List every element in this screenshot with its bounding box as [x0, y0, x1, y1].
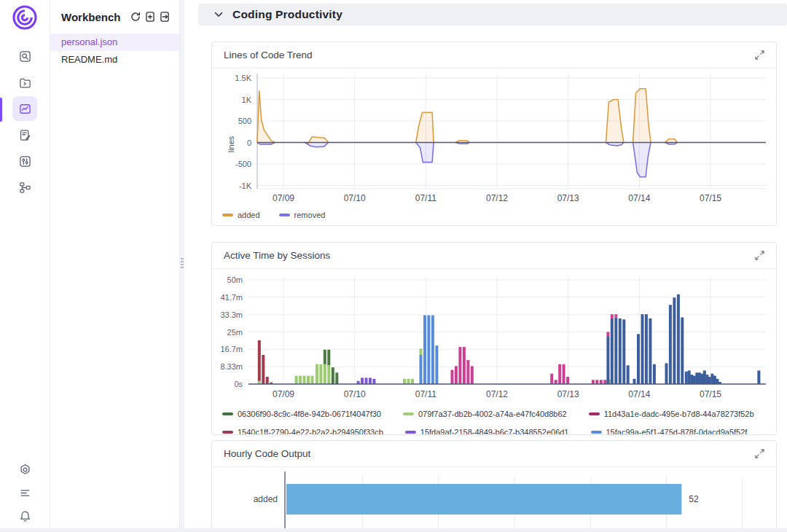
- hourly-output-title: Hourly Code Output: [224, 448, 310, 459]
- session-legend-item[interactable]: 11d43a1e-dadc-495e-b7d8-44a78273f52b: [589, 409, 754, 419]
- svg-text:07/14: 07/14: [628, 389, 650, 399]
- svg-text:1.5K: 1.5K: [235, 74, 251, 82]
- legend-row: 1540c1ff-2790-4e22-b2a2-b294950f33cb15fd…: [222, 427, 776, 435]
- notes-icon: [19, 129, 31, 141]
- main-content: Coding Productivity Lines of Code Trend …: [184, 0, 787, 532]
- session-legend-item[interactable]: 06306f90-8c9c-4f8e-942b-0671f4047f30: [222, 409, 381, 419]
- svg-text:07/14: 07/14: [628, 193, 650, 203]
- svg-text:25m: 25m: [227, 328, 243, 337]
- active-time-card-header: Active Time by Sessions: [212, 243, 776, 269]
- svg-text:07/13: 07/13: [557, 389, 579, 399]
- chevron-down-icon: [214, 12, 223, 18]
- hourly-output-chart: added52: [212, 467, 776, 532]
- file-search-icon: [19, 50, 31, 63]
- section-title: Coding Productivity: [232, 8, 342, 21]
- svg-text:-1K: -1K: [239, 181, 252, 190]
- list-icon: [19, 487, 31, 499]
- session-legend-label: 11d43a1e-dadc-495e-b7d8-44a78273f52b: [604, 410, 754, 418]
- file-row-readme-md[interactable]: README.md: [50, 51, 179, 69]
- svg-text:07/15: 07/15: [700, 193, 721, 203]
- svg-text:52: 52: [689, 494, 699, 504]
- legend-item-added[interactable]: added: [222, 211, 260, 219]
- nav-folder[interactable]: [12, 70, 37, 95]
- session-legend-item[interactable]: 15fac99a-e5f1-475d-878f-0dacd9a5f52f: [591, 427, 748, 435]
- svg-text:0s: 0s: [234, 380, 243, 388]
- svg-text:07/10: 07/10: [344, 193, 366, 203]
- session-swatch-icon: [405, 431, 416, 434]
- svg-text:41.7m: 41.7m: [220, 293, 243, 302]
- session-legend-label: 079f7a37-db2b-4002-a74a-e47fc40d8b62: [418, 410, 567, 418]
- removed-swatch-icon: [279, 214, 290, 216]
- svg-text:07/11: 07/11: [415, 193, 436, 203]
- resizer-grip-icon: [181, 258, 184, 270]
- lines-of-code-chart: 07/0907/1007/1107/1207/1307/1407/151.5K1…: [212, 69, 776, 206]
- nav-file-search[interactable]: [12, 44, 37, 69]
- workbench-title: Workbench: [61, 11, 120, 23]
- nav-controls[interactable]: [12, 149, 37, 173]
- svg-text:added: added: [254, 494, 278, 504]
- svg-text:500: 500: [238, 117, 251, 125]
- expand-sessions-chart-button[interactable]: [755, 251, 764, 260]
- session-legend-label: 06306f90-8c9c-4f8e-942b-0671f4047f30: [238, 410, 381, 418]
- hourly-output-card-header: Hourly Code Output: [212, 441, 776, 467]
- svg-text:-500: -500: [235, 160, 251, 168]
- svg-text:16.7m: 16.7m: [220, 345, 243, 353]
- expand-icon: [755, 50, 764, 60]
- added-swatch-icon: [222, 214, 233, 216]
- active-time-chart: 07/0907/1007/1107/1207/1307/1407/1550m41…: [212, 269, 776, 402]
- nav-branch[interactable]: [12, 175, 37, 200]
- svg-text:07/09: 07/09: [273, 389, 294, 399]
- session-legend-item[interactable]: 079f7a37-db2b-4002-a74a-e47fc40d8b62: [403, 409, 567, 419]
- svg-text:07/11: 07/11: [415, 389, 436, 399]
- lines-of-code-card-header: Lines of Code Trend: [212, 42, 776, 69]
- nav-notes[interactable]: [12, 122, 37, 147]
- workbench-header: Workbench: [50, 0, 179, 31]
- hourly-output-card: Hourly Code Output added52: [211, 440, 777, 532]
- active-time-title: Active Time by Sessions: [224, 250, 330, 261]
- notifications-bell-icon: [19, 510, 31, 523]
- analytics-icon: [19, 103, 31, 115]
- sessions-legend: 06306f90-8c9c-4f8e-942b-0671f4047f30079f…: [212, 409, 776, 435]
- active-time-card: Active Time by Sessions 07/0907/1007/110…: [211, 242, 777, 435]
- branch-icon: [19, 181, 31, 194]
- settings-button[interactable]: [12, 458, 37, 481]
- session-legend-item[interactable]: 15fda9af-2158-4849-b6c7-b348552e06d1: [405, 427, 569, 435]
- lines-of-code-card: Lines of Code Trend 07/0907/1007/1107/12…: [211, 42, 777, 226]
- new-file-button[interactable]: [144, 9, 156, 25]
- notifications-button[interactable]: [12, 504, 37, 528]
- session-legend-item[interactable]: 1540c1ff-2790-4e22-b2a2-b294950f33cb: [222, 427, 383, 435]
- svg-text:33.3m: 33.3m: [220, 310, 243, 319]
- session-legend-label: 15fda9af-2158-4849-b6c7-b348552e06d1: [420, 428, 569, 435]
- lines-of-code-title: Lines of Code Trend: [224, 50, 313, 60]
- svg-text:8.33m: 8.33m: [220, 362, 243, 371]
- file-row-personal-json[interactable]: personal.json: [50, 34, 179, 51]
- svg-text:07/12: 07/12: [486, 389, 508, 399]
- expand-icon: [755, 251, 764, 260]
- svg-text:50m: 50m: [227, 275, 243, 284]
- primary-nav: [0, 44, 50, 201]
- panel-resizer[interactable]: [180, 0, 184, 532]
- file-list: personal.json README.md: [50, 34, 179, 69]
- svg-text:07/13: 07/13: [557, 193, 579, 203]
- refresh-icon: [130, 11, 141, 23]
- legend-label: added: [238, 211, 260, 219]
- section-header: Coding Productivity: [198, 4, 787, 26]
- svg-text:07/09: 07/09: [273, 193, 294, 203]
- collapse-section-button[interactable]: [214, 12, 223, 18]
- logs-button[interactable]: [12, 481, 37, 504]
- refresh-button[interactable]: [129, 9, 141, 25]
- export-file-button[interactable]: [159, 9, 171, 25]
- svg-text:0: 0: [247, 138, 251, 147]
- page-bottom-edge: [0, 528, 787, 532]
- expand-hourly-chart-button[interactable]: [755, 449, 764, 458]
- workbench-panel: Workbench personal.json README.md: [50, 0, 180, 532]
- svg-text:07/15: 07/15: [700, 389, 721, 399]
- session-swatch-icon: [591, 431, 602, 434]
- nav-analytics[interactable]: [12, 96, 37, 121]
- expand-lines-chart-button[interactable]: [755, 50, 764, 60]
- svg-text:1K: 1K: [242, 95, 252, 104]
- lines-chart-legend: added removed: [212, 208, 776, 219]
- expand-icon: [755, 449, 764, 458]
- legend-item-removed[interactable]: removed: [279, 211, 326, 219]
- session-legend-label: 1540c1ff-2790-4e22-b2a2-b294950f33cb: [238, 428, 383, 435]
